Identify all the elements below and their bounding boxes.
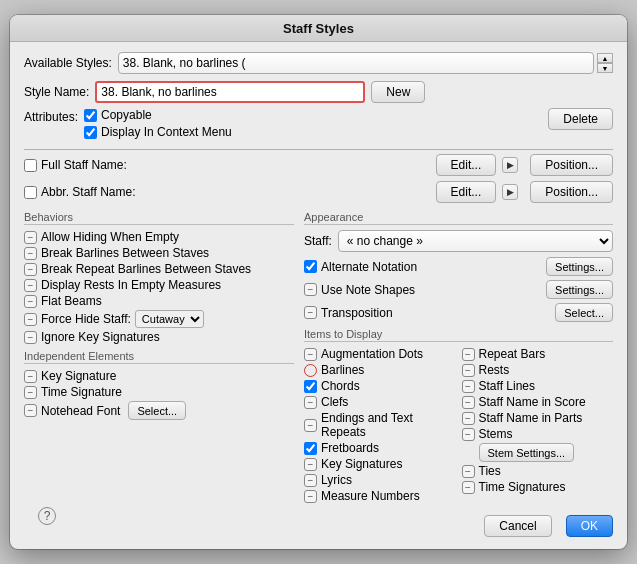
display-context-checkbox[interactable] bbox=[84, 126, 97, 139]
item-label: Ties bbox=[479, 464, 501, 478]
minus-icon: − bbox=[304, 306, 317, 319]
minus-icon: − bbox=[462, 481, 475, 494]
item-chords: Chords bbox=[304, 379, 456, 393]
item-time-signatures: − Time Signatures bbox=[462, 480, 614, 494]
display-context-label: Display In Context Menu bbox=[101, 125, 232, 139]
available-styles-select[interactable]: 38. Blank, no barlines ( bbox=[118, 52, 594, 74]
available-styles-label: Available Styles: bbox=[24, 56, 112, 70]
use-note-shapes-label: Use Note Shapes bbox=[321, 283, 415, 297]
behavior-ignore-key: − Ignore Key Signatures bbox=[24, 330, 294, 344]
style-name-input[interactable] bbox=[95, 81, 365, 103]
item-label: Staff Name in Score bbox=[479, 395, 586, 409]
independent-header: Independent Elements bbox=[24, 350, 294, 364]
abbr-staff-name-label: Abbr. Staff Name: bbox=[41, 185, 136, 199]
item-label: Key Signatures bbox=[321, 457, 402, 471]
item-stem-settings: Stem Settings... bbox=[462, 443, 614, 462]
item-label: Measure Numbers bbox=[321, 489, 420, 503]
item-staff-name-score: − Staff Name in Score bbox=[462, 395, 614, 409]
minus-icon: − bbox=[24, 279, 37, 292]
minus-icon: − bbox=[462, 396, 475, 409]
new-button[interactable]: New bbox=[371, 81, 425, 103]
available-styles-stepper: ▲ ▼ bbox=[597, 53, 613, 73]
fretboards-checkbox[interactable] bbox=[304, 442, 317, 455]
alternate-notation-checkbox[interactable] bbox=[304, 260, 317, 273]
appearance-header: Appearance bbox=[304, 211, 613, 225]
items-display-header: Items to Display bbox=[304, 328, 613, 342]
full-staff-edit-button[interactable]: Edit... bbox=[436, 154, 497, 176]
minus-icon: − bbox=[304, 283, 317, 296]
behavior-label-3: Display Rests In Empty Measures bbox=[41, 278, 221, 292]
item-key-signatures: − Key Signatures bbox=[304, 457, 456, 471]
abbr-staff-name-checkbox[interactable] bbox=[24, 186, 37, 199]
independent-label-2: Notehead Font bbox=[41, 404, 120, 418]
behavior-label-4: Flat Beams bbox=[41, 294, 102, 308]
chords-checkbox[interactable] bbox=[304, 380, 317, 393]
item-label: Rests bbox=[479, 363, 510, 377]
copyable-checkbox[interactable] bbox=[84, 109, 97, 122]
item-repeat-bars: − Repeat Bars bbox=[462, 347, 614, 361]
items-right-col: − Repeat Bars − Rests − Staff Lines bbox=[462, 347, 614, 505]
stem-settings-button[interactable]: Stem Settings... bbox=[479, 443, 575, 462]
item-label: Barlines bbox=[321, 363, 364, 377]
full-staff-expand[interactable]: ▶ bbox=[502, 157, 518, 173]
item-lyrics: − Lyrics bbox=[304, 473, 456, 487]
transposition-label: Transposition bbox=[321, 306, 393, 320]
transposition-row: − Transposition Select... bbox=[304, 303, 613, 322]
minus-icon: − bbox=[462, 364, 475, 377]
minus-icon: − bbox=[24, 313, 37, 326]
transposition-select[interactable]: Select... bbox=[555, 303, 613, 322]
behavior-label-2: Break Repeat Barlines Between Staves bbox=[41, 262, 251, 276]
item-label: Augmentation Dots bbox=[321, 347, 423, 361]
item-staff-name-parts: − Staff Name in Parts bbox=[462, 411, 614, 425]
item-label: Chords bbox=[321, 379, 360, 393]
abbr-staff-position-button[interactable]: Position... bbox=[530, 181, 613, 203]
behavior-force-hide: − Force Hide Staff: Cutaway bbox=[24, 310, 294, 328]
items-left-col: − Augmentation Dots Barlines Chords bbox=[304, 347, 456, 505]
minus-icon: − bbox=[462, 348, 475, 361]
staff-select[interactable]: « no change » bbox=[338, 230, 613, 252]
ok-button[interactable]: OK bbox=[566, 515, 613, 537]
stepper-down[interactable]: ▼ bbox=[597, 63, 613, 73]
use-note-shapes-row: − Use Note Shapes Settings... bbox=[304, 280, 613, 299]
item-rests: − Rests bbox=[462, 363, 614, 377]
cutaway-select[interactable]: Cutaway bbox=[135, 310, 204, 328]
item-label: Clefs bbox=[321, 395, 348, 409]
minus-icon: − bbox=[462, 412, 475, 425]
behaviors-header: Behaviors bbox=[24, 211, 294, 225]
abbr-staff-expand[interactable]: ▶ bbox=[502, 184, 518, 200]
minus-icon: − bbox=[24, 404, 37, 417]
behavior-label-0: Allow Hiding When Empty bbox=[41, 230, 179, 244]
minus-icon: − bbox=[24, 370, 37, 383]
minus-icon: − bbox=[304, 474, 317, 487]
cancel-button[interactable]: Cancel bbox=[484, 515, 551, 537]
delete-button[interactable]: Delete bbox=[548, 108, 613, 130]
stepper-up[interactable]: ▲ bbox=[597, 53, 613, 63]
item-stems: − Stems bbox=[462, 427, 614, 441]
use-note-shapes-settings[interactable]: Settings... bbox=[546, 280, 613, 299]
alternate-notation-settings[interactable]: Settings... bbox=[546, 257, 613, 276]
minus-icon: − bbox=[24, 231, 37, 244]
help-button[interactable]: ? bbox=[38, 507, 56, 525]
full-staff-position-button[interactable]: Position... bbox=[530, 154, 613, 176]
independent-notehead: − Notehead Font Select... bbox=[24, 401, 294, 420]
item-augmentation-dots: − Augmentation Dots bbox=[304, 347, 456, 361]
item-measure-numbers: − Measure Numbers bbox=[304, 489, 456, 503]
full-staff-name-checkbox[interactable] bbox=[24, 159, 37, 172]
copyable-label: Copyable bbox=[101, 108, 152, 122]
behavior-allow-hiding: − Allow Hiding When Empty bbox=[24, 230, 294, 244]
item-endings: − Endings and Text Repeats bbox=[304, 411, 456, 439]
item-staff-lines: − Staff Lines bbox=[462, 379, 614, 393]
minus-icon: − bbox=[24, 331, 37, 344]
style-name-label: Style Name: bbox=[24, 85, 89, 99]
independent-key-sig: − Key Signature bbox=[24, 369, 294, 383]
item-label: Staff Lines bbox=[479, 379, 535, 393]
item-label: Endings and Text Repeats bbox=[321, 411, 456, 439]
behavior-label-1: Break Barlines Between Staves bbox=[41, 246, 209, 260]
behavior-display-rests: − Display Rests In Empty Measures bbox=[24, 278, 294, 292]
notehead-select-button[interactable]: Select... bbox=[128, 401, 186, 420]
attributes-label: Attributes: bbox=[24, 108, 78, 124]
dialog-titlebar: Staff Styles bbox=[10, 15, 627, 42]
minus-icon: − bbox=[304, 396, 317, 409]
minus-icon: − bbox=[462, 428, 475, 441]
abbr-staff-edit-button[interactable]: Edit... bbox=[436, 181, 497, 203]
